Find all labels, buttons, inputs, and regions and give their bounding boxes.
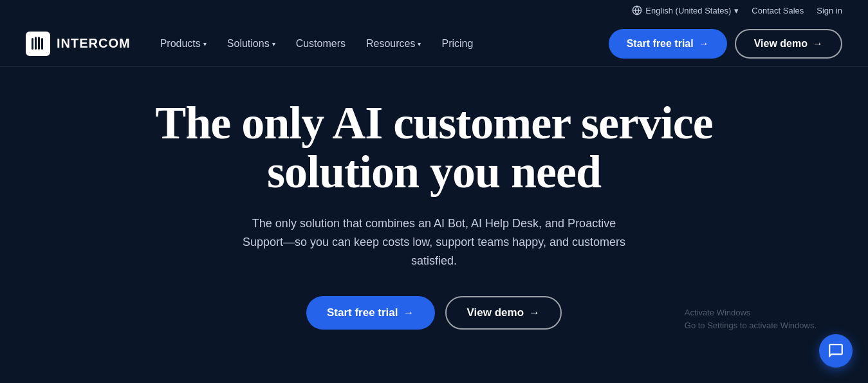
language-chevron-icon: ▾	[734, 6, 739, 15]
svg-rect-4	[38, 37, 40, 50]
nav-view-demo-label: View demo	[754, 38, 808, 50]
nav-item-products[interactable]: Products ▾	[151, 33, 216, 55]
nav-item-customers[interactable]: Customers	[287, 33, 355, 55]
nav-start-trial-button[interactable]: Start free trial →	[609, 29, 727, 59]
logo-text: INTERCOM	[57, 36, 131, 51]
utility-bar: English (United States) ▾ Contact Sales …	[0, 0, 868, 21]
globe-icon	[632, 5, 642, 15]
nav-links: Products ▾ Solutions ▾ Customers Resourc…	[151, 33, 609, 55]
nav-customers-label: Customers	[296, 38, 346, 50]
chevron-down-icon: ▾	[203, 41, 207, 48]
logo-link[interactable]: INTERCOM	[26, 32, 131, 56]
language-label: English (United States)	[645, 6, 731, 15]
nav-actions: Start free trial → View demo →	[609, 29, 842, 59]
nav-item-resources[interactable]: Resources ▾	[357, 33, 430, 55]
svg-rect-2	[32, 38, 33, 50]
nav-item-pricing[interactable]: Pricing	[432, 33, 482, 55]
svg-rect-3	[35, 37, 37, 50]
hero-start-trial-button[interactable]: Start free trial →	[306, 296, 435, 330]
hero-section: The only AI customer service solution yo…	[0, 67, 868, 355]
hero-start-trial-label: Start free trial	[327, 306, 398, 319]
nav-solutions-label: Solutions	[227, 38, 270, 50]
arrow-right-icon: →	[699, 38, 709, 50]
nav-view-demo-button[interactable]: View demo →	[735, 29, 842, 59]
nav-item-solutions[interactable]: Solutions ▾	[218, 33, 284, 55]
contact-sales-link[interactable]: Contact Sales	[752, 6, 804, 15]
nav-pricing-label: Pricing	[441, 38, 473, 50]
arrow-right-icon: →	[529, 306, 540, 319]
arrow-right-icon: →	[403, 306, 414, 319]
nav-products-label: Products	[160, 38, 201, 50]
hero-title: The only AI customer service solution yo…	[145, 99, 724, 196]
hero-view-demo-button[interactable]: View demo →	[445, 296, 562, 330]
navbar: INTERCOM Products ▾ Solutions ▾ Customer…	[0, 21, 868, 67]
chat-icon	[827, 342, 844, 359]
nav-start-trial-label: Start free trial	[627, 38, 694, 50]
hero-actions: Start free trial → View demo →	[306, 296, 562, 330]
hero-subtitle: The only solution that combines an AI Bo…	[235, 214, 634, 270]
svg-rect-5	[41, 38, 43, 50]
language-selector[interactable]: English (United States) ▾	[632, 5, 739, 15]
intercom-logo-svg	[30, 36, 46, 51]
chevron-down-icon: ▾	[272, 41, 275, 48]
logo-icon	[26, 32, 50, 56]
sign-in-link[interactable]: Sign in	[817, 6, 842, 15]
arrow-right-icon: →	[813, 38, 823, 50]
hero-view-demo-label: View demo	[467, 306, 524, 319]
chevron-down-icon: ▾	[418, 41, 421, 48]
chat-widget-button[interactable]	[819, 334, 853, 368]
nav-resources-label: Resources	[366, 38, 415, 50]
